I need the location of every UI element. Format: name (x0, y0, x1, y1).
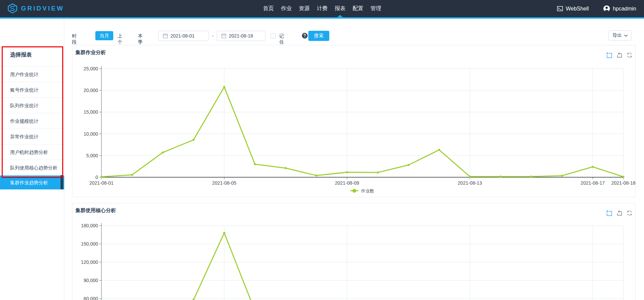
main-nav: 首页 作业 资源 计费 报表 配置 管理 (263, 0, 381, 17)
sidebar-item-queue-job-stats[interactable]: 队列作业统计 (0, 97, 64, 113)
svg-text:2021-08-13: 2021-08-13 (458, 180, 482, 186)
export-label: 导出 (613, 32, 622, 39)
remember-time-checkbox[interactable] (270, 33, 276, 39)
cluster-core-usage-chart: 030,00060,00090,000120,000150,000180,000… (72, 203, 636, 300)
svg-text:25,000: 25,000 (84, 66, 98, 71)
nav-item-admin[interactable]: 管理 (371, 5, 381, 12)
gridview-shield-icon (7, 3, 18, 14)
date-to-value: 2021-08-18 (229, 33, 253, 39)
svg-text:0: 0 (95, 175, 98, 180)
svg-text:2021-08-01: 2021-08-01 (89, 180, 114, 186)
nav-item-billing[interactable]: 计费 (317, 5, 328, 12)
sidebar-item-account-job-stats[interactable]: 账号作业统计 (0, 82, 64, 97)
period-current-month-button[interactable]: 当月 (95, 31, 113, 40)
cluster-job-analysis-card: 05,00010,00015,00020,00025,0002021-08-01… (72, 45, 636, 197)
svg-text:90,000: 90,000 (84, 278, 98, 283)
export-button[interactable]: 导出 (609, 30, 631, 41)
calendar-icon (221, 33, 226, 38)
sidebar-item-cluster-job-trend[interactable]: 集群作业趋势分析 (0, 175, 64, 189)
sidebar-item-queue-core-trend[interactable]: 队列使用核心趋势分析 (0, 160, 64, 175)
terminal-icon (557, 6, 563, 11)
username-label: hpcadmin (613, 6, 636, 12)
svg-text:120,000: 120,000 (81, 259, 98, 265)
user-menu[interactable]: hpcadmin (603, 5, 636, 12)
nav-item-jobs[interactable]: 作业 (281, 5, 292, 12)
search-button[interactable]: 搜索 (308, 31, 329, 41)
date-range-separator: - (212, 33, 214, 39)
svg-text:150,000: 150,000 (81, 241, 98, 247)
logo: GRIDVIEW (7, 3, 64, 14)
svg-text:2021-08-05: 2021-08-05 (212, 180, 236, 186)
sidebar-item-user-cpu-hour-trend[interactable]: 用户机时趋势分析 (0, 144, 64, 160)
cluster-job-analysis-chart: 05,00010,00015,00020,00025,0002021-08-01… (72, 45, 636, 198)
sidebar-item-abnormal-job-stats[interactable]: 异常作业统计 (0, 129, 64, 144)
refresh-icon[interactable] (626, 210, 633, 216)
svg-text:15,000: 15,000 (84, 109, 98, 115)
nav-item-reports[interactable]: 报表 (335, 5, 345, 12)
calendar-icon (163, 33, 168, 38)
refresh-icon[interactable] (626, 52, 633, 58)
user-icon (603, 5, 610, 12)
nav-item-resources[interactable]: 资源 (299, 5, 310, 12)
svg-text:10,000: 10,000 (84, 131, 98, 137)
report-list: 用户作业统计 账号作业统计 队列作业统计 作业规模统计 异常作业统计 用户机时趋… (0, 66, 64, 189)
nav-item-home[interactable]: 首页 (263, 5, 274, 12)
zoom-select-icon[interactable] (606, 52, 612, 58)
svg-text:5,000: 5,000 (86, 153, 98, 158)
svg-text:作业数: 作业数 (361, 188, 374, 193)
report-sidebar: 选择报表 用户作业统计 账号作业统计 队列作业统计 作业规模统计 异常作业统计 … (0, 19, 64, 300)
chart2-toolbox (606, 210, 633, 216)
webshell-link[interactable]: WebShell (557, 6, 589, 12)
date-from-input[interactable]: 2021-08-01 (158, 31, 209, 41)
webshell-label: WebShell (566, 6, 589, 12)
active-nav-caret (337, 15, 343, 17)
chart1-title: 集群作业分析 (75, 49, 106, 56)
date-to-input[interactable]: 2021-08-18 (217, 31, 265, 41)
restore-icon[interactable] (616, 210, 622, 216)
chart2-title: 集群使用核心分析 (75, 207, 116, 214)
svg-text:20,000: 20,000 (84, 88, 98, 93)
svg-text:2021-08-17: 2021-08-17 (580, 180, 605, 186)
zoom-select-icon[interactable] (606, 210, 612, 216)
svg-text:2021-08-18: 2021-08-18 (611, 180, 636, 186)
sidebar-item-user-job-stats[interactable]: 用户作业统计 (0, 66, 64, 82)
chart1-toolbox (606, 52, 633, 58)
sidebar-item-job-scale-stats[interactable]: 作业规模统计 (0, 113, 64, 129)
top-navbar: GRIDVIEW 首页 作业 资源 计费 报表 配置 管理 WebShell h… (0, 0, 644, 17)
nav-item-config[interactable]: 配置 (353, 5, 363, 12)
chevron-down-icon (624, 34, 628, 37)
svg-text:60,000: 60,000 (84, 296, 98, 300)
sidebar-scrollbar-thumb[interactable] (61, 175, 63, 189)
navbar-accent-bar (0, 17, 644, 19)
date-from-value: 2021-08-01 (170, 33, 195, 39)
svg-text:180,000: 180,000 (81, 223, 98, 228)
cluster-core-usage-card: 030,00060,00090,000120,000150,000180,000… (72, 203, 636, 300)
help-icon[interactable]: ? (302, 33, 308, 39)
logo-text: GRIDVIEW (21, 5, 64, 12)
restore-icon[interactable] (616, 52, 622, 58)
sidebar-title: 选择报表 (10, 51, 32, 59)
svg-text:2021-08-09: 2021-08-09 (335, 180, 359, 186)
